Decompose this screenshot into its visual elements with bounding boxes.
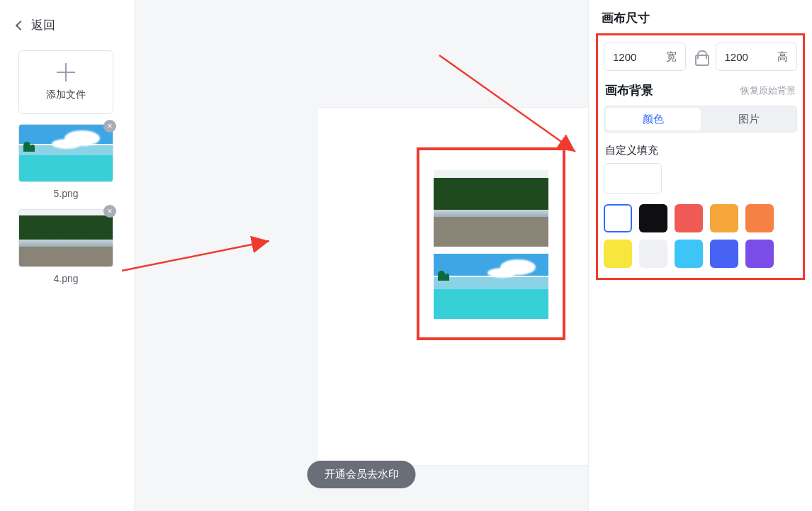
dimension-row: 宽 高 [604,43,797,71]
color-swatch[interactable] [710,204,738,232]
back-button[interactable]: 返回 [0,7,134,43]
color-swatch[interactable] [675,240,703,268]
width-unit: 宽 [666,50,677,64]
file-name: 4.png [18,273,113,284]
add-file-label: 添加文件 [46,89,86,101]
canvas-size-title: 画布尺寸 [599,0,802,33]
selection-highlight [417,147,565,340]
height-field[interactable]: 高 [716,43,798,71]
panel-highlight: 宽 高 画布背景 恢复原始背景 颜色 图片 自定义填充 [596,33,805,280]
lock-aspect-icon[interactable] [693,49,709,64]
height-unit: 高 [777,50,788,64]
thumbnail-image[interactable] [18,209,113,267]
reset-bg-button[interactable]: 恢复原始背景 [740,84,796,97]
color-swatches [604,204,797,268]
bg-mode-segment: 颜色 图片 [604,106,797,133]
color-swatch[interactable] [639,240,667,268]
chevron-left-icon [16,20,26,30]
color-swatch[interactable] [710,240,738,268]
plus-icon [57,63,75,82]
file-name: 5.png [18,188,113,199]
color-swatch[interactable] [675,204,703,232]
canvas-image-beach[interactable] [434,254,548,319]
close-icon[interactable]: × [103,120,116,133]
close-icon[interactable]: × [103,205,116,218]
width-field[interactable]: 宽 [604,43,686,71]
custom-color-picker[interactable] [604,163,662,194]
thumbnail-image[interactable] [18,124,113,182]
tab-color[interactable]: 颜色 [606,108,701,130]
sidebar: 返回 添加文件 × 5.png × 4.png [0,0,135,511]
color-swatch[interactable] [604,240,632,268]
color-swatch[interactable] [745,240,774,268]
file-thumb-2[interactable]: × [18,209,113,267]
add-file-button[interactable]: 添加文件 [18,50,113,114]
canvas-bg-title: 画布背景 [605,82,653,99]
custom-fill-label: 自定义填充 [605,144,796,157]
width-input[interactable] [613,51,653,63]
properties-panel: 画布尺寸 宽 高 画布背景 恢复原始背景 颜色 图片 自定义填充 [588,0,812,511]
canvas-image-forest[interactable] [434,170,548,247]
color-swatch[interactable] [639,204,667,232]
tab-image[interactable]: 图片 [702,106,797,132]
file-thumb-1[interactable]: × [18,124,113,182]
canvas-stage: 开通会员去水印 [135,0,588,511]
color-swatch[interactable] [745,204,774,232]
back-label: 返回 [31,17,55,33]
remove-watermark-button[interactable]: 开通会员去水印 [308,461,416,488]
height-input[interactable] [725,51,765,63]
color-swatch[interactable] [604,204,632,232]
